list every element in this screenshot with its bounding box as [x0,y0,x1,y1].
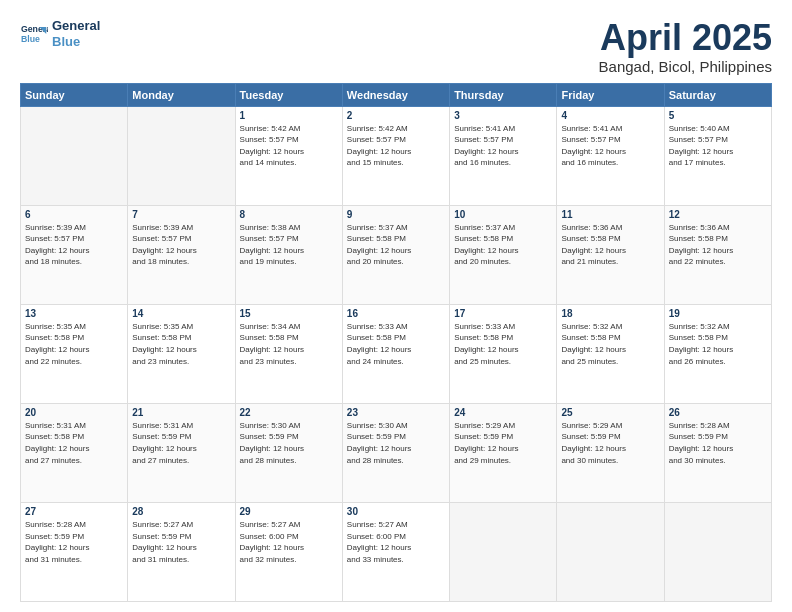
calendar-cell [128,106,235,205]
day-details: Sunrise: 5:27 AM Sunset: 5:59 PM Dayligh… [132,519,230,565]
day-details: Sunrise: 5:38 AM Sunset: 5:57 PM Dayligh… [240,222,338,268]
header: General Blue General Blue April 2025 Ban… [20,18,772,75]
logo: General Blue General Blue [20,18,100,49]
day-details: Sunrise: 5:32 AM Sunset: 5:58 PM Dayligh… [561,321,659,367]
day-header-saturday: Saturday [664,83,771,106]
day-details: Sunrise: 5:42 AM Sunset: 5:57 PM Dayligh… [240,123,338,169]
calendar-header-row: SundayMondayTuesdayWednesdayThursdayFrid… [21,83,772,106]
day-details: Sunrise: 5:40 AM Sunset: 5:57 PM Dayligh… [669,123,767,169]
calendar-cell: 20Sunrise: 5:31 AM Sunset: 5:58 PM Dayli… [21,403,128,502]
day-details: Sunrise: 5:35 AM Sunset: 5:58 PM Dayligh… [132,321,230,367]
calendar-title: April 2025 [599,18,772,58]
day-header-friday: Friday [557,83,664,106]
calendar-cell [557,502,664,601]
day-details: Sunrise: 5:41 AM Sunset: 5:57 PM Dayligh… [561,123,659,169]
day-details: Sunrise: 5:41 AM Sunset: 5:57 PM Dayligh… [454,123,552,169]
day-number: 15 [240,308,338,319]
calendar-cell: 11Sunrise: 5:36 AM Sunset: 5:58 PM Dayli… [557,205,664,304]
day-number: 8 [240,209,338,220]
calendar-cell: 12Sunrise: 5:36 AM Sunset: 5:58 PM Dayli… [664,205,771,304]
day-number: 27 [25,506,123,517]
day-details: Sunrise: 5:28 AM Sunset: 5:59 PM Dayligh… [669,420,767,466]
day-header-thursday: Thursday [450,83,557,106]
day-details: Sunrise: 5:32 AM Sunset: 5:58 PM Dayligh… [669,321,767,367]
day-number: 10 [454,209,552,220]
day-number: 14 [132,308,230,319]
calendar-cell: 26Sunrise: 5:28 AM Sunset: 5:59 PM Dayli… [664,403,771,502]
day-number: 4 [561,110,659,121]
calendar-cell: 15Sunrise: 5:34 AM Sunset: 5:58 PM Dayli… [235,304,342,403]
day-number: 26 [669,407,767,418]
day-number: 3 [454,110,552,121]
day-details: Sunrise: 5:36 AM Sunset: 5:58 PM Dayligh… [561,222,659,268]
calendar-cell: 21Sunrise: 5:31 AM Sunset: 5:59 PM Dayli… [128,403,235,502]
calendar-week-row: 1Sunrise: 5:42 AM Sunset: 5:57 PM Daylig… [21,106,772,205]
day-number: 21 [132,407,230,418]
day-number: 24 [454,407,552,418]
calendar-cell: 27Sunrise: 5:28 AM Sunset: 5:59 PM Dayli… [21,502,128,601]
logo-icon: General Blue [20,20,48,48]
calendar-week-row: 6Sunrise: 5:39 AM Sunset: 5:57 PM Daylig… [21,205,772,304]
calendar-cell: 7Sunrise: 5:39 AM Sunset: 5:57 PM Daylig… [128,205,235,304]
calendar-subtitle: Bangad, Bicol, Philippines [599,58,772,75]
day-header-monday: Monday [128,83,235,106]
day-number: 17 [454,308,552,319]
calendar-week-row: 13Sunrise: 5:35 AM Sunset: 5:58 PM Dayli… [21,304,772,403]
day-number: 16 [347,308,445,319]
calendar-cell: 16Sunrise: 5:33 AM Sunset: 5:58 PM Dayli… [342,304,449,403]
calendar-week-row: 27Sunrise: 5:28 AM Sunset: 5:59 PM Dayli… [21,502,772,601]
calendar-cell: 17Sunrise: 5:33 AM Sunset: 5:58 PM Dayli… [450,304,557,403]
day-number: 18 [561,308,659,319]
calendar-cell [21,106,128,205]
calendar-cell: 1Sunrise: 5:42 AM Sunset: 5:57 PM Daylig… [235,106,342,205]
calendar-cell: 4Sunrise: 5:41 AM Sunset: 5:57 PM Daylig… [557,106,664,205]
day-details: Sunrise: 5:27 AM Sunset: 6:00 PM Dayligh… [347,519,445,565]
page: General Blue General Blue April 2025 Ban… [0,0,792,612]
calendar-week-row: 20Sunrise: 5:31 AM Sunset: 5:58 PM Dayli… [21,403,772,502]
day-header-tuesday: Tuesday [235,83,342,106]
day-details: Sunrise: 5:37 AM Sunset: 5:58 PM Dayligh… [347,222,445,268]
day-details: Sunrise: 5:30 AM Sunset: 5:59 PM Dayligh… [347,420,445,466]
day-header-sunday: Sunday [21,83,128,106]
calendar-cell: 22Sunrise: 5:30 AM Sunset: 5:59 PM Dayli… [235,403,342,502]
day-number: 1 [240,110,338,121]
day-number: 11 [561,209,659,220]
calendar-cell: 6Sunrise: 5:39 AM Sunset: 5:57 PM Daylig… [21,205,128,304]
day-number: 2 [347,110,445,121]
day-details: Sunrise: 5:33 AM Sunset: 5:58 PM Dayligh… [347,321,445,367]
day-number: 7 [132,209,230,220]
calendar-cell: 2Sunrise: 5:42 AM Sunset: 5:57 PM Daylig… [342,106,449,205]
day-details: Sunrise: 5:37 AM Sunset: 5:58 PM Dayligh… [454,222,552,268]
calendar-cell: 3Sunrise: 5:41 AM Sunset: 5:57 PM Daylig… [450,106,557,205]
calendar-cell: 29Sunrise: 5:27 AM Sunset: 6:00 PM Dayli… [235,502,342,601]
day-number: 12 [669,209,767,220]
day-number: 29 [240,506,338,517]
calendar-cell: 14Sunrise: 5:35 AM Sunset: 5:58 PM Dayli… [128,304,235,403]
calendar-cell: 23Sunrise: 5:30 AM Sunset: 5:59 PM Dayli… [342,403,449,502]
day-details: Sunrise: 5:36 AM Sunset: 5:58 PM Dayligh… [669,222,767,268]
day-number: 9 [347,209,445,220]
day-details: Sunrise: 5:29 AM Sunset: 5:59 PM Dayligh… [454,420,552,466]
calendar-cell [664,502,771,601]
calendar-cell: 30Sunrise: 5:27 AM Sunset: 6:00 PM Dayli… [342,502,449,601]
day-details: Sunrise: 5:42 AM Sunset: 5:57 PM Dayligh… [347,123,445,169]
title-area: April 2025 Bangad, Bicol, Philippines [599,18,772,75]
day-details: Sunrise: 5:30 AM Sunset: 5:59 PM Dayligh… [240,420,338,466]
day-details: Sunrise: 5:31 AM Sunset: 5:58 PM Dayligh… [25,420,123,466]
day-details: Sunrise: 5:31 AM Sunset: 5:59 PM Dayligh… [132,420,230,466]
day-number: 22 [240,407,338,418]
calendar-cell: 24Sunrise: 5:29 AM Sunset: 5:59 PM Dayli… [450,403,557,502]
calendar-cell: 9Sunrise: 5:37 AM Sunset: 5:58 PM Daylig… [342,205,449,304]
day-header-wednesday: Wednesday [342,83,449,106]
calendar-cell: 10Sunrise: 5:37 AM Sunset: 5:58 PM Dayli… [450,205,557,304]
day-details: Sunrise: 5:27 AM Sunset: 6:00 PM Dayligh… [240,519,338,565]
day-number: 30 [347,506,445,517]
calendar-cell: 8Sunrise: 5:38 AM Sunset: 5:57 PM Daylig… [235,205,342,304]
calendar-cell: 25Sunrise: 5:29 AM Sunset: 5:59 PM Dayli… [557,403,664,502]
calendar-cell: 28Sunrise: 5:27 AM Sunset: 5:59 PM Dayli… [128,502,235,601]
day-number: 5 [669,110,767,121]
day-details: Sunrise: 5:39 AM Sunset: 5:57 PM Dayligh… [132,222,230,268]
day-details: Sunrise: 5:34 AM Sunset: 5:58 PM Dayligh… [240,321,338,367]
day-number: 23 [347,407,445,418]
day-details: Sunrise: 5:28 AM Sunset: 5:59 PM Dayligh… [25,519,123,565]
